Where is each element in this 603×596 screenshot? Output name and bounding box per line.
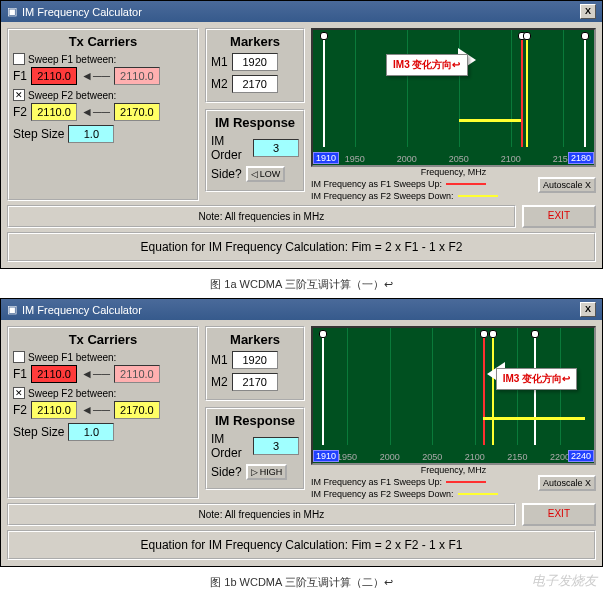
m1-input[interactable]: 1920 [232, 53, 278, 71]
arrow-icon: ◄── [81, 403, 110, 417]
im3-callout: IM3 变化方向↩ [386, 54, 467, 76]
equation-panel: Equation for IM Frequency Calculation: F… [7, 232, 596, 262]
f1-to-input[interactable]: 2110.0 [114, 365, 160, 383]
tx-heading: Tx Carriers [13, 34, 193, 49]
tx-carriers-panel: Tx CarriersSweep F1 between:F12110.0◄──2… [7, 326, 199, 499]
f1-from-input[interactable]: 2110.0 [31, 67, 77, 85]
m2-input[interactable]: 2170 [232, 75, 278, 93]
side-toggle[interactable]: ▷HIGH [246, 464, 288, 480]
exit-button[interactable]: EXIT [522, 205, 596, 228]
im-order-label: IM Order [211, 432, 249, 460]
plot-vline [492, 332, 494, 445]
gridline [407, 30, 408, 147]
f1-to-input[interactable]: 2110.0 [114, 67, 160, 85]
x-tick-label: 1950 [345, 154, 365, 164]
im-response-panel: IM ResponseIM Order3Side?▷HIGH [205, 407, 305, 490]
f2-from-input[interactable]: 2110.0 [31, 103, 77, 121]
f2-to-input[interactable]: 2170.0 [114, 401, 160, 419]
markers-heading: Markers [211, 332, 299, 347]
plot-dot [531, 330, 539, 338]
legend-text: IM Frequency as F1 Sweeps Up: [311, 477, 442, 487]
side-label: Side? [211, 167, 242, 181]
plot-dot [480, 330, 488, 338]
legend-swatch [446, 481, 486, 483]
checkbox-icon: ✕ [13, 89, 25, 101]
step-input[interactable]: 1.0 [68, 423, 114, 441]
sweep-f2-checkbox[interactable]: ✕Sweep F2 between: [13, 89, 193, 101]
equation-formula: Fim = 2 x F2 - 1 x F1 [351, 538, 462, 552]
m1-input[interactable]: 1920 [232, 351, 278, 369]
legend-row: IM Frequency as F1 Sweeps Up: [311, 477, 498, 487]
app-body: Tx CarriersSweep F1 between:F12110.0◄──2… [1, 320, 602, 566]
m2-row: M22170 [211, 75, 299, 93]
close-icon[interactable]: X [580, 302, 596, 317]
step-input[interactable]: 1.0 [68, 125, 114, 143]
x-tick-label: 2200 [550, 452, 570, 462]
sweep-f1-checkbox[interactable]: Sweep F1 between: [13, 53, 193, 65]
gridline [511, 30, 512, 147]
x-tick-label: 2100 [501, 154, 521, 164]
legend-text: IM Frequency as F2 Sweeps Down: [311, 489, 454, 499]
sweep-f2-label: Sweep F2 between: [28, 388, 116, 399]
step-row: Step Size1.0 [13, 423, 193, 441]
sweep-f1-label: Sweep F1 between: [28, 352, 116, 363]
close-icon[interactable]: X [580, 4, 596, 19]
note-row: Note: All frequencies in MHzEXIT [7, 503, 596, 526]
f1-label: F1 [13, 367, 27, 381]
xmin-label: 1910 [313, 152, 339, 164]
x-tick-label: 2150 [507, 452, 527, 462]
note-text: Note: All frequencies in MHz [7, 503, 516, 526]
arrow-icon: ◄── [81, 105, 110, 119]
note-row: Note: All frequencies in MHzEXIT [7, 205, 596, 228]
equation-panel: Equation for IM Frequency Calculation: F… [7, 530, 596, 560]
x-tick-label: 2050 [422, 452, 442, 462]
f2-from-input[interactable]: 2110.0 [31, 401, 77, 419]
autoscale-button[interactable]: Autoscale X [538, 177, 596, 193]
step-label: Step Size [13, 425, 64, 439]
im-order-input[interactable]: 3 [253, 437, 299, 455]
legend-text: IM Frequency as F1 Sweeps Up: [311, 179, 442, 189]
legend-row: IM Frequency as F2 Sweeps Down: [311, 489, 498, 499]
equation-formula: Fim = 2 x F1 - 1 x F2 [351, 240, 462, 254]
exit-button[interactable]: EXIT [522, 503, 596, 526]
equation-label: Equation for IM Frequency Calculation: [141, 538, 352, 552]
im-heading: IM Response [211, 115, 299, 130]
page: ▣IM Frequency CalculatorXTx CarriersSwee… [0, 0, 603, 596]
x-axis-title: Frequency, MHz [311, 465, 596, 475]
im-side-row: Side?▷HIGH [211, 464, 299, 480]
x-tick-label: 2100 [465, 452, 485, 462]
m2-input[interactable]: 2170 [232, 373, 278, 391]
x-tick-label: 2000 [380, 452, 400, 462]
side-toggle[interactable]: ◁LOW [246, 166, 286, 182]
f2-to-input[interactable]: 2170.0 [114, 103, 160, 121]
mid-column: MarkersM11920M22170IM ResponseIM Order3S… [205, 326, 305, 499]
sweep-f1-checkbox[interactable]: Sweep F1 between: [13, 351, 193, 363]
markers-heading: Markers [211, 34, 299, 49]
f1-from-input[interactable]: 2110.0 [31, 365, 77, 383]
plot-dot [489, 330, 497, 338]
title-text: IM Frequency Calculator [22, 6, 142, 18]
equation-label: Equation for IM Frequency Calculation: [141, 240, 352, 254]
sweep-f2-label: Sweep F2 between: [28, 90, 116, 101]
sweep-f2-checkbox[interactable]: ✕Sweep F2 between: [13, 387, 193, 399]
app-body: Tx CarriersSweep F1 between:F12110.0◄──2… [1, 22, 602, 268]
triangle-icon: ▷ [251, 467, 258, 477]
plot-hbar [459, 119, 521, 122]
plot-column: 1950200020502100215019102180IM3 变化方向↩Fre… [311, 28, 596, 201]
x-axis-title: Frequency, MHz [311, 167, 596, 177]
note-text: Note: All frequencies in MHz [7, 205, 516, 228]
im-order-row: IM Order3 [211, 432, 299, 460]
autoscale-button[interactable]: Autoscale X [538, 475, 596, 491]
plot-hbar [483, 417, 585, 420]
app-icon: ▣ [7, 303, 17, 316]
side-value: LOW [260, 169, 281, 179]
im3-callout: IM3 变化方向↩ [496, 368, 577, 390]
m1-row: M11920 [211, 53, 299, 71]
im-order-input[interactable]: 3 [253, 139, 299, 157]
checkbox-icon [13, 53, 25, 65]
f1-label: F1 [13, 69, 27, 83]
gridline [475, 328, 476, 445]
row-top: Tx CarriersSweep F1 between:F12110.0◄──2… [7, 326, 596, 499]
x-tick-label: 2050 [449, 154, 469, 164]
m1-row: M11920 [211, 351, 299, 369]
